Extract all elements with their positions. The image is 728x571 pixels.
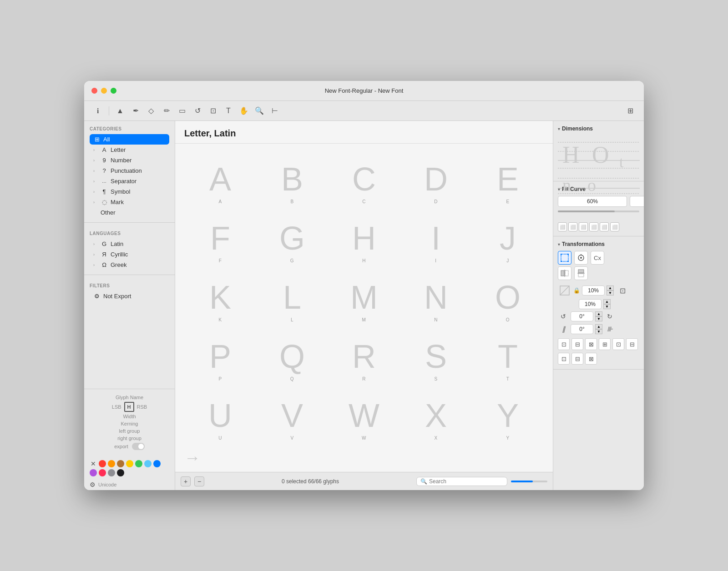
info-button[interactable]: 𝐢	[91, 105, 104, 117]
glyph-cell-s[interactable]: S S	[400, 326, 472, 385]
scale-up-2[interactable]: ▲	[603, 299, 611, 304]
color-pink[interactable]	[99, 469, 106, 476]
rotate-ccw-icon[interactable]: ↺	[558, 311, 569, 322]
glyph-cell-b[interactable]: B B	[256, 148, 328, 207]
sidebar-item-mark[interactable]: › ◌ Mark	[90, 197, 169, 207]
transform-apply-icon[interactable]: ⊡	[616, 284, 629, 297]
fc-node-6[interactable]: ⬜	[610, 222, 619, 231]
glyph-cell-y[interactable]: Y Y	[472, 385, 544, 444]
scale-down-2[interactable]: ▼	[603, 304, 611, 309]
fit-curve-slider[interactable]	[558, 210, 639, 220]
scale-input-1[interactable]	[582, 286, 605, 296]
color-gray[interactable]	[108, 469, 115, 476]
glyph-cell-r[interactable]: R R	[328, 326, 400, 385]
fc-node-3[interactable]: ⬜	[579, 222, 588, 231]
pen-tool-button[interactable]: ✒	[129, 105, 142, 117]
glyph-cell-a[interactable]: A A	[184, 148, 256, 207]
glyph-cell-u[interactable]: U U	[184, 385, 256, 444]
rect-tool-button[interactable]: ▭	[176, 105, 188, 117]
transform-flip-v-icon[interactable]	[574, 266, 588, 280]
fc-node-2[interactable]: ⬜	[568, 222, 577, 231]
slant-icon[interactable]: ∥	[558, 324, 569, 335]
dimensions-header[interactable]: ▾ Dimensions	[558, 125, 639, 132]
transform-button[interactable]: ⊡	[207, 105, 219, 117]
glyph-cell-x[interactable]: X X	[400, 385, 472, 444]
select-tool-button[interactable]: ▲	[114, 105, 126, 117]
align-tc[interactable]: ⊟	[571, 338, 583, 350]
align-mc[interactable]: ⊡	[612, 338, 624, 350]
color-orange[interactable]	[108, 460, 115, 467]
color-blue[interactable]	[153, 460, 161, 467]
transform-text-icon[interactable]: Cx	[591, 251, 604, 265]
add-glyph-button[interactable]: +	[181, 476, 191, 486]
align-mr[interactable]: ⊟	[626, 338, 638, 350]
measure-tool-button[interactable]: ⊢	[268, 105, 281, 117]
maximize-button[interactable]	[111, 88, 116, 94]
hand-tool-button[interactable]: ✋	[238, 105, 250, 117]
sidebar-item-letter[interactable]: › A Letter	[90, 145, 169, 155]
transformations-header[interactable]: ▾ Transformations	[558, 241, 639, 247]
transform-scale-btn[interactable]	[558, 284, 571, 297]
color-purple[interactable]	[90, 469, 97, 476]
glyph-cell-d[interactable]: D D	[400, 148, 472, 207]
color-light-blue[interactable]	[144, 460, 152, 467]
color-black[interactable]	[117, 469, 124, 476]
text-tool-button[interactable]: T	[222, 105, 235, 117]
glyph-cell-t[interactable]: T T	[472, 326, 544, 385]
fc-node-1[interactable]: ⬜	[558, 222, 567, 231]
pencil-tool-button[interactable]: ✏	[160, 105, 173, 117]
transform-flip-h-icon[interactable]	[558, 266, 571, 280]
undo-button[interactable]: ↺	[191, 105, 204, 117]
scale-input-2[interactable]	[579, 299, 602, 309]
color-green[interactable]	[135, 460, 142, 467]
glyph-cell-f[interactable]: F F	[184, 207, 256, 266]
glyph-cell-c[interactable]: C C	[328, 148, 400, 207]
minimize-button[interactable]	[101, 88, 107, 94]
glyph-cell-i[interactable]: I I	[400, 207, 472, 266]
glyph-cell-k[interactable]: K K	[184, 266, 256, 326]
sidebar-item-separator[interactable]: › … Separator	[90, 176, 169, 186]
glyph-cell-j[interactable]: J J	[472, 207, 544, 266]
glyph-cell-v[interactable]: V V	[256, 385, 328, 444]
eraser-tool-button[interactable]: ◇	[145, 105, 157, 117]
color-brown[interactable]	[117, 460, 124, 467]
align-tr[interactable]: ⊠	[585, 338, 597, 350]
scale-up-1[interactable]: ▲	[607, 286, 614, 291]
panel-toggle-button[interactable]: ⊞	[624, 105, 637, 117]
slant-right-icon[interactable]: ⊪	[604, 324, 615, 335]
color-yellow[interactable]	[126, 460, 133, 467]
color-red[interactable]	[99, 460, 106, 467]
align-tl[interactable]: ⊡	[558, 338, 570, 350]
scale-down-1[interactable]: ▼	[607, 291, 614, 296]
zoom-track[interactable]	[511, 481, 547, 482]
sidebar-item-cyrillic[interactable]: › Я Cyrillic	[90, 249, 169, 260]
sidebar-item-latin[interactable]: › G Latin	[90, 239, 169, 249]
slant-up[interactable]: ▲	[595, 324, 602, 329]
rotate-down[interactable]: ▼	[595, 316, 602, 321]
rotate-input[interactable]	[571, 311, 593, 321]
fc-node-4[interactable]: ⬜	[589, 222, 598, 231]
glyph-cell-q[interactable]: Q Q	[256, 326, 328, 385]
glyph-cell-w[interactable]: W W	[328, 385, 400, 444]
align-bl[interactable]: ⊡	[558, 353, 570, 365]
rotate-cw-icon[interactable]: ↻	[604, 311, 615, 322]
glyph-cell-o[interactable]: O O	[472, 266, 544, 326]
glyph-cell-m[interactable]: M M	[328, 266, 400, 326]
sidebar-item-punctuation[interactable]: › ? Punctuation	[90, 165, 169, 176]
glyph-cell-n[interactable]: N N	[400, 266, 472, 326]
search-input[interactable]	[429, 478, 503, 485]
transform-scale-icon[interactable]	[558, 251, 571, 265]
sidebar-item-symbol[interactable]: › ¶ Symbol	[90, 186, 169, 197]
sidebar-item-other[interactable]: Other	[90, 207, 169, 218]
align-ml[interactable]: ⊞	[599, 338, 611, 350]
color-clear-button[interactable]: ✕	[90, 460, 97, 467]
glyph-cell-p[interactable]: P P	[184, 326, 256, 385]
fc-node-5[interactable]: ⬜	[600, 222, 609, 231]
transform-rotate-icon[interactable]	[574, 251, 588, 265]
glyph-cell-l[interactable]: L L	[256, 266, 328, 326]
sidebar-item-all[interactable]: ⊞ All	[90, 134, 169, 145]
align-br[interactable]: ⊠	[585, 353, 597, 365]
close-button[interactable]	[91, 88, 97, 94]
glyph-cell-e[interactable]: E E	[472, 148, 544, 207]
export-toggle[interactable]	[132, 443, 145, 450]
